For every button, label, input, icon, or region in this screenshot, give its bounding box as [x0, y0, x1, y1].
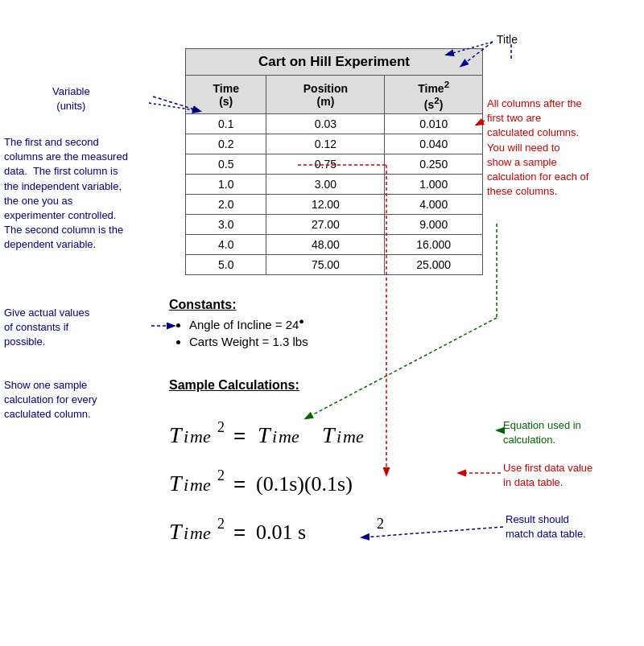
cell-1-0: 0.2 — [186, 134, 266, 154]
svg-text:i: i — [272, 426, 277, 446]
cell-6-2: 16.000 — [385, 235, 483, 255]
svg-text:i: i — [184, 523, 188, 543]
cell-3-1: 3.00 — [266, 175, 385, 195]
cell-4-1: 12.00 — [266, 195, 385, 215]
cell-6-0: 4.0 — [186, 235, 266, 255]
col-header-position: Position(m) — [266, 76, 385, 114]
svg-text:=: = — [233, 471, 246, 496]
table-row: 0.20.120.040 — [186, 134, 483, 154]
cell-3-0: 1.0 — [186, 175, 266, 195]
first-data-value-annotation: Use first data value in data table. — [503, 461, 640, 490]
variable-units-annotation: Variable(units) — [52, 84, 90, 113]
svg-text:i: i — [184, 426, 188, 446]
constants-list: Angle of Incline = 24● Carts Weight = 1.… — [189, 316, 308, 348]
table-row: 0.50.750.250 — [186, 154, 483, 175]
sample-calc-section: Sample Calculations: — [169, 378, 299, 393]
measured-data-annotation: The first and second columns are the mea… — [4, 135, 173, 253]
math-equations: T i me 2 = T i me T i me T i me 2 = (0.1… — [153, 398, 499, 586]
svg-text:i: i — [336, 426, 341, 446]
cell-1-1: 0.12 — [266, 134, 385, 154]
svg-text:=: = — [233, 423, 246, 447]
svg-text:=: = — [233, 520, 246, 544]
calculated-columns-annotation: All columns after the first two are calc… — [487, 97, 644, 199]
cell-4-2: 4.000 — [385, 195, 483, 215]
cell-2-0: 0.5 — [186, 154, 266, 175]
table-row: 1.03.001.000 — [186, 175, 483, 195]
constants-title: Constants: — [169, 298, 308, 312]
table-row: 4.048.0016.000 — [186, 235, 483, 255]
sample-calc-title: Sample Calculations: — [169, 378, 299, 393]
cell-0-1: 0.03 — [266, 114, 385, 134]
table-title: Cart on Hill Experiment — [186, 49, 483, 76]
result-match-annotation: Result should match data table. — [506, 512, 642, 541]
constants-section: Constants: Angle of Incline = 24● Carts … — [169, 298, 308, 352]
svg-text:me: me — [190, 475, 211, 495]
svg-text:T: T — [258, 422, 272, 447]
table-container: Cart on Hill Experiment Time(s) Position… — [185, 48, 483, 275]
svg-text:2: 2 — [217, 467, 225, 483]
svg-text:me: me — [343, 426, 364, 446]
svg-text:me: me — [190, 426, 211, 446]
data-table: Cart on Hill Experiment Time(s) Position… — [185, 48, 483, 275]
cell-4-0: 2.0 — [186, 195, 266, 215]
table-row: 0.10.030.010 — [186, 114, 483, 134]
give-constants-annotation: Give actual values of constants if possi… — [4, 306, 145, 350]
svg-text:0.01 s: 0.01 s — [256, 521, 306, 544]
svg-text:2: 2 — [217, 419, 225, 435]
svg-text:me: me — [279, 426, 299, 446]
table-row: 2.012.004.000 — [186, 195, 483, 215]
cell-7-1: 75.00 — [266, 255, 385, 275]
cell-0-2: 0.010 — [385, 114, 483, 134]
cell-0-0: 0.1 — [186, 114, 266, 134]
col-header-time2: Time2(s2) — [385, 76, 483, 114]
cell-2-2: 0.250 — [385, 154, 483, 175]
svg-text:i: i — [184, 475, 188, 495]
cell-1-2: 0.040 — [385, 134, 483, 154]
cell-5-0: 3.0 — [186, 215, 266, 235]
constant-1: Angle of Incline = 24● — [189, 316, 308, 331]
table-row: 3.027.009.000 — [186, 215, 483, 235]
svg-text:T: T — [169, 471, 184, 496]
svg-text:T: T — [169, 519, 184, 544]
equation-used-annotation: Equation used in calculation. — [503, 418, 640, 447]
svg-text:me: me — [190, 523, 211, 543]
cell-3-2: 1.000 — [385, 175, 483, 195]
title-annotation: Title — [497, 32, 518, 48]
svg-text:2: 2 — [217, 516, 225, 532]
cell-6-1: 48.00 — [266, 235, 385, 255]
cell-7-0: 5.0 — [186, 255, 266, 275]
show-sample-annotation: Show one sample calculation for every ca… — [4, 378, 153, 422]
svg-text:T: T — [169, 422, 184, 447]
cell-5-2: 9.000 — [385, 215, 483, 235]
constant-2: Carts Weight = 1.3 lbs — [189, 335, 308, 348]
table-row: 5.075.0025.000 — [186, 255, 483, 275]
cell-2-1: 0.75 — [266, 154, 385, 175]
cell-7-2: 25.000 — [385, 255, 483, 275]
svg-text:T: T — [322, 422, 336, 447]
svg-text:(0.1s)(0.1s): (0.1s)(0.1s) — [256, 472, 353, 496]
svg-text:2: 2 — [377, 516, 384, 532]
col-header-time: Time(s) — [186, 76, 266, 114]
cell-5-1: 27.00 — [266, 215, 385, 235]
